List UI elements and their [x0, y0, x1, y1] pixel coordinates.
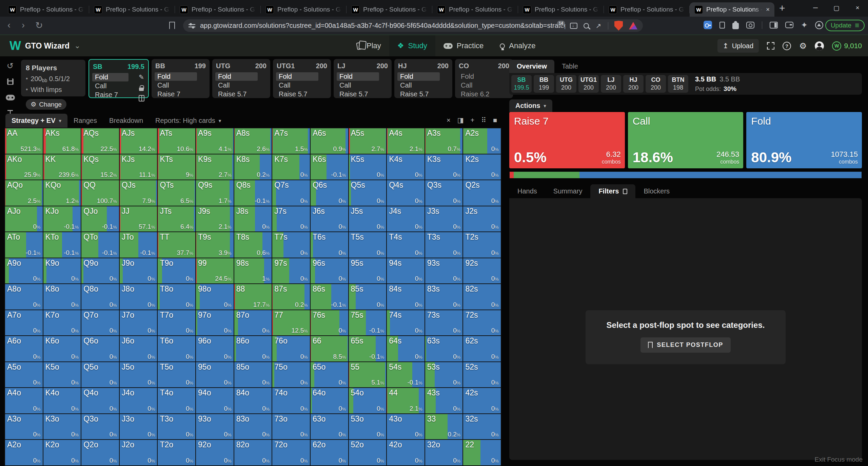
- reset-icon[interactable]: ↺: [7, 62, 14, 70]
- matrix-cell[interactable]: 94s0%: [387, 258, 425, 284]
- matrix-cell[interactable]: K9s2.7%: [196, 154, 234, 181]
- matrix-cell[interactable]: Q3o0%: [81, 414, 120, 440]
- position-action-call[interactable]: Call: [215, 81, 258, 90]
- matrix-cell[interactable]: Q2s0%: [463, 180, 501, 206]
- maximize-button[interactable]: ▢: [826, 0, 847, 16]
- profile-icon[interactable]: [815, 41, 824, 51]
- matrix-cell[interactable]: K7o0%: [43, 310, 82, 336]
- matrix-cell[interactable]: 92o0%: [196, 440, 234, 466]
- actions-dropdown[interactable]: Actions ▾: [509, 99, 552, 112]
- matrix-cell[interactable]: Q2o0%: [81, 440, 120, 466]
- tab-hands[interactable]: Hands: [509, 184, 545, 198]
- matrix-cell[interactable]: J8s0%: [234, 206, 273, 232]
- browser-tab[interactable]: WPreflop - Solutions - GTO Wi: [347, 2, 432, 17]
- position-action-fold[interactable]: Fold: [155, 72, 197, 81]
- action-card-call[interactable]: Call18.6%246.53combos: [628, 112, 744, 168]
- browser-tab[interactable]: WPreflop - Solutions - GT×: [690, 2, 774, 17]
- browser-tab[interactable]: WPreflop - Solutions - GTO Wi: [175, 2, 261, 17]
- matrix-cell[interactable]: 72o0%: [272, 440, 311, 466]
- matrix-cell[interactable]: QTo-0.1%: [81, 232, 120, 258]
- matrix-cell[interactable]: 53s0%: [425, 362, 463, 388]
- matrix-cell[interactable]: A4s2.1%: [387, 128, 425, 154]
- rewards-icon[interactable]: [815, 21, 823, 29]
- position-card-hj[interactable]: HJ200FoldCallRaise 5.7: [394, 59, 452, 98]
- matrix-cell[interactable]: T3o0%: [158, 414, 196, 440]
- matrix-cell[interactable]: K8o0%: [43, 284, 82, 310]
- matrix-cell[interactable]: 73s0%: [425, 310, 463, 336]
- matrix-cell[interactable]: ATo-0.1%: [5, 232, 43, 258]
- lock-icon[interactable]: [139, 88, 144, 91]
- position-card-bb[interactable]: BB199FoldCallRaise 7: [152, 59, 210, 98]
- browser-tab[interactable]: WPreflop - Solutions - GTO Wi: [3, 2, 89, 17]
- position-action-raise[interactable]: Raise 6.2: [458, 90, 500, 98]
- matrix-cell[interactable]: 8817.7%: [234, 284, 273, 310]
- matrix-cell[interactable]: K5s0%: [349, 154, 387, 181]
- position-chip-lj[interactable]: LJ200: [601, 75, 621, 93]
- upload-button[interactable]: ↥ Upload: [717, 39, 759, 53]
- matrix-cell[interactable]: K2o0%: [43, 440, 82, 466]
- matrix-cell[interactable]: 330.2%: [425, 414, 463, 440]
- matrix-cell[interactable]: J9o0%: [120, 258, 158, 284]
- matrix-cell[interactable]: Q4o0%: [81, 388, 120, 414]
- matrix-cell[interactable]: J5s0%: [349, 206, 387, 232]
- matrix-cell[interactable]: K4o0%: [43, 388, 82, 414]
- matrix-cell[interactable]: 75s-0.1%: [349, 310, 387, 336]
- adblock-shield-icon[interactable]: [614, 21, 623, 31]
- matrix-cell[interactable]: KQs15.2%: [81, 154, 120, 181]
- matrix-cell[interactable]: T9o0%: [158, 258, 196, 284]
- matrix-cell[interactable]: 74o0%: [272, 388, 311, 414]
- matrix-cell[interactable]: 32s0%: [463, 414, 501, 440]
- position-chip-bb[interactable]: BB199: [534, 75, 554, 93]
- matrix-cell[interactable]: 83s0%: [425, 284, 463, 310]
- position-action-raise[interactable]: Raise 5.7: [337, 90, 379, 98]
- url-text[interactable]: app.gtowizard.com/solutions?custree_id=0…: [200, 22, 565, 30]
- position-card-utg[interactable]: UTG200FoldCallRaise 5.7: [212, 59, 270, 98]
- matrix-cell[interactable]: 82s0%: [463, 284, 501, 310]
- position-action-fold[interactable]: Fold: [276, 72, 318, 81]
- matrix-cell[interactable]: J2o0%: [120, 440, 158, 466]
- matrix-cell[interactable]: J3s0%: [425, 206, 463, 232]
- matrix-cell[interactable]: J2s0%: [463, 206, 501, 232]
- matrix-cell[interactable]: A5o0%: [5, 362, 43, 388]
- matrix-cell[interactable]: K3o0%: [43, 414, 82, 440]
- matrix-cell[interactable]: 555.1%: [349, 362, 387, 388]
- position-action-fold[interactable]: Fold: [92, 73, 129, 81]
- matrix-cell[interactable]: 85s0%: [349, 284, 387, 310]
- matrix-cell[interactable]: T4s0%: [387, 232, 425, 258]
- matrix-cell[interactable]: Q9s1.7%: [196, 180, 234, 206]
- matrix-cell[interactable]: A7s1.5%: [272, 128, 311, 154]
- coin-balance[interactable]: W 9,010: [832, 41, 862, 51]
- matrix-cell[interactable]: 93o0%: [196, 414, 234, 440]
- position-chip-hj[interactable]: HJ200: [623, 75, 644, 93]
- matrix-cell[interactable]: T5o0%: [158, 362, 196, 388]
- forward-button[interactable]: ›: [22, 20, 25, 31]
- tab-groups-icon[interactable]: [719, 22, 725, 29]
- matrix-cell[interactable]: 32o0%: [425, 440, 463, 466]
- wallet-icon[interactable]: [785, 22, 793, 28]
- matrix-cell[interactable]: 86s-0.1%: [311, 284, 349, 310]
- matrix-cell[interactable]: 97s0%: [272, 258, 311, 284]
- matrix-cell[interactable]: K6o0%: [43, 336, 82, 362]
- matrix-cell[interactable]: Q3s0%: [425, 180, 463, 206]
- matrix-cell[interactable]: 83o0%: [234, 414, 273, 440]
- position-card-sb[interactable]: SB199.5FoldCallRaise 7✎: [88, 59, 149, 98]
- matrix-cell[interactable]: A6o0%: [5, 336, 43, 362]
- grid-view-icon[interactable]: ⠿: [481, 116, 486, 124]
- matrix-cell[interactable]: 96s0%: [311, 258, 349, 284]
- matrix-cell[interactable]: T8o0%: [158, 284, 196, 310]
- view-tab-strategy-ev[interactable]: Strategy + EV▾: [5, 114, 67, 128]
- bookmark-icon[interactable]: [169, 22, 175, 29]
- matrix-cell[interactable]: 72s0%: [463, 310, 501, 336]
- matrix-cell[interactable]: 65s-0.1%: [349, 336, 387, 362]
- matrix-cell[interactable]: 63s0%: [425, 336, 463, 362]
- zoom-icon[interactable]: [584, 23, 589, 29]
- matrix-cell[interactable]: T6s0%: [311, 232, 349, 258]
- search-tabs-icon[interactable]: [746, 22, 754, 29]
- matrix-cell[interactable]: 52s0%: [463, 362, 501, 388]
- extensions-icon[interactable]: [732, 23, 739, 29]
- matrix-cell[interactable]: 75o0%: [272, 362, 311, 388]
- matrix-cell[interactable]: 52o0%: [349, 440, 387, 466]
- new-tab-button[interactable]: +: [779, 2, 785, 14]
- leo-ai-icon[interactable]: ✦: [801, 21, 808, 29]
- matrix-cell[interactable]: 93s0%: [425, 258, 463, 284]
